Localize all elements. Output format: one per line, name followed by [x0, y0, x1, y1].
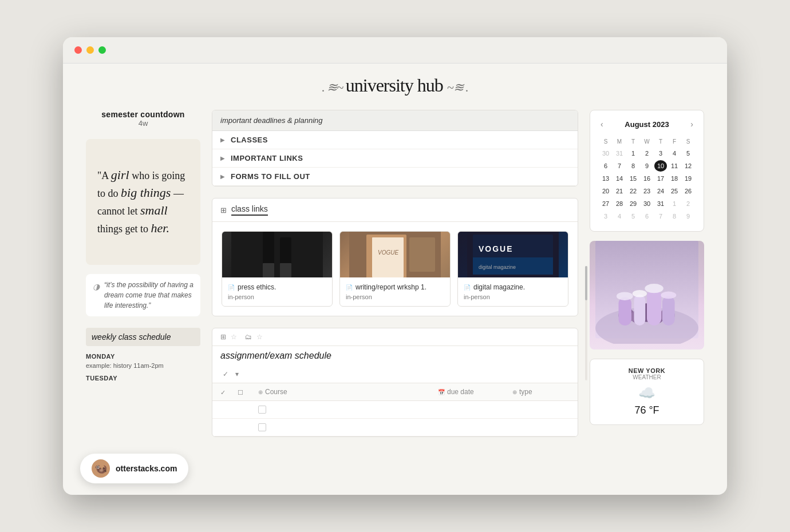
- toggle-classes-label: CLASSES: [231, 136, 268, 144]
- card-body-0: 📄 press ethics. in-person: [222, 277, 332, 306]
- minimize-button[interactable]: [86, 46, 94, 54]
- cal-prev-button[interactable]: ‹: [598, 118, 606, 130]
- schedule-day-tuesday: TUESDAY: [86, 375, 200, 382]
- toggle-classes[interactable]: ▶ CLASSES: [212, 131, 578, 149]
- dropdown-icon[interactable]: ▾: [233, 369, 241, 379]
- cal-day[interactable]: 11: [668, 160, 681, 172]
- cal-day[interactable]: 30: [641, 198, 653, 209]
- quote-sub-text: “it’s the possibility of having a dream …: [104, 280, 193, 311]
- cal-day[interactable]: 19: [682, 173, 694, 184]
- cal-day[interactable]: 6: [641, 211, 653, 222]
- svg-point-26: [617, 292, 633, 300]
- class-card-0[interactable]: 📄 press ethics. in-person: [222, 231, 333, 307]
- cal-day[interactable]: 8: [668, 211, 681, 222]
- schedule-day-monday: MONDAY: [86, 353, 200, 360]
- card-body-1: 📄 writing/report wrkshp 1. in-person: [340, 277, 450, 306]
- cal-day[interactable]: 7: [654, 211, 667, 222]
- svg-text:VOGUE: VOGUE: [479, 244, 514, 253]
- svg-rect-0: [231, 232, 323, 277]
- svg-rect-9: [409, 237, 435, 272]
- cal-day[interactable]: 15: [627, 173, 639, 184]
- cal-day[interactable]: 9: [641, 160, 653, 172]
- cal-day[interactable]: 20: [599, 185, 612, 197]
- deco-left: . ≋~: [322, 80, 345, 94]
- cal-day[interactable]: 30: [599, 148, 612, 159]
- svg-rect-22: [619, 297, 632, 326]
- cal-day[interactable]: 29: [627, 198, 639, 209]
- weather-temp: 76 °F: [598, 404, 696, 416]
- cal-day[interactable]: 5: [627, 211, 639, 222]
- cal-day[interactable]: 2: [641, 148, 653, 159]
- schedule-item-monday: example: history 11am-2pm: [86, 362, 200, 369]
- class-links-section: ⊞ class links: [212, 198, 578, 316]
- grid-icon: ⊞: [220, 206, 227, 215]
- cal-day[interactable]: 12: [682, 160, 694, 172]
- cal-day[interactable]: 24: [654, 185, 667, 197]
- cal-day[interactable]: 4: [668, 148, 681, 159]
- table-row: [212, 401, 578, 419]
- calendar-header: ‹ August 2023 ›: [598, 118, 696, 130]
- calendar-grid: S M T W T F S 30311234567891011121314151…: [598, 136, 696, 223]
- cal-day[interactable]: 5: [682, 148, 694, 159]
- cal-day[interactable]: 1: [627, 148, 639, 159]
- cal-day[interactable]: 10: [654, 160, 667, 172]
- planning-section-header: important deadlines & planning: [212, 110, 578, 131]
- cal-day[interactable]: 25: [668, 185, 681, 197]
- toggle-forms[interactable]: ▶ FORMS TO FILL OUT: [212, 168, 578, 186]
- cal-day[interactable]: 7: [613, 160, 626, 172]
- close-button[interactable]: [74, 46, 82, 54]
- cal-day[interactable]: 3: [599, 211, 612, 222]
- card-name-0: 📄 press ethics.: [228, 283, 326, 291]
- page-title: . ≋~ university hub ~≋ .: [86, 75, 704, 96]
- cal-day[interactable]: 14: [613, 173, 626, 184]
- cal-th-t2: T: [654, 137, 667, 146]
- maximize-button[interactable]: [98, 46, 106, 54]
- cal-day[interactable]: 22: [627, 185, 639, 197]
- calendar-month: August 2023: [625, 120, 669, 129]
- cal-day[interactable]: 31: [613, 148, 626, 159]
- cal-day[interactable]: 21: [613, 185, 626, 197]
- cal-day[interactable]: 18: [668, 173, 681, 184]
- cal-next-button[interactable]: ›: [688, 118, 696, 130]
- check-icon[interactable]: ✓: [220, 369, 231, 379]
- right-sidebar: ‹ August 2023 › S M T W T F: [590, 110, 704, 425]
- quote-sub: ◑ “it’s the possibility of having a drea…: [86, 274, 200, 316]
- class-links-title[interactable]: class links: [231, 204, 268, 216]
- th-course: ⊕ Course: [258, 388, 438, 396]
- otter-icon: 🦦: [92, 459, 110, 478]
- cal-th-w: W: [641, 137, 653, 146]
- cal-day[interactable]: 31: [654, 198, 667, 209]
- row-checkbox-0[interactable]: [258, 406, 266, 414]
- arrow-icon-classes: ▶: [220, 137, 225, 143]
- card-image-2: VOGUE digital magazine: [458, 232, 568, 277]
- cal-day[interactable]: 28: [613, 198, 626, 209]
- class-card-2[interactable]: VOGUE digital magazine 📄 digital magazin…: [457, 231, 568, 307]
- bottom-url[interactable]: otterstacks.com: [116, 464, 177, 473]
- cal-day[interactable]: 8: [627, 160, 639, 172]
- cal-day[interactable]: 4: [613, 211, 626, 222]
- cal-day[interactable]: 23: [641, 185, 653, 197]
- title-text: university hub: [346, 75, 443, 96]
- toggle-important-links[interactable]: ▶ IMPORTANT LINKS: [212, 149, 578, 168]
- countdown-label: semester countdown: [86, 110, 200, 119]
- table-row: [212, 419, 578, 436]
- cal-day[interactable]: 27: [599, 198, 612, 209]
- star-icon: ☆: [231, 333, 237, 341]
- cal-day[interactable]: 17: [654, 173, 667, 184]
- planning-section: important deadlines & planning ▶ CLASSES…: [212, 110, 578, 186]
- card-image-0: [222, 232, 332, 277]
- cal-day[interactable]: 6: [599, 160, 612, 172]
- cal-day[interactable]: 16: [641, 173, 653, 184]
- cal-day[interactable]: 1: [668, 198, 681, 209]
- scrollbar-track: [585, 266, 587, 380]
- row-checkbox-1[interactable]: [258, 423, 266, 431]
- cal-day[interactable]: 26: [682, 185, 694, 197]
- cal-day[interactable]: 2: [682, 198, 694, 209]
- title-bar: [63, 37, 727, 63]
- cal-day[interactable]: 13: [599, 173, 612, 184]
- cal-day[interactable]: 9: [682, 211, 694, 222]
- scrollbar-thumb[interactable]: [585, 266, 587, 300]
- class-card-1[interactable]: VOGUE 📄 writing/report wrkshp 1. in-pers…: [339, 231, 451, 307]
- calendar-widget: ‹ August 2023 › S M T W T F: [590, 110, 704, 232]
- cal-day[interactable]: 3: [654, 148, 667, 159]
